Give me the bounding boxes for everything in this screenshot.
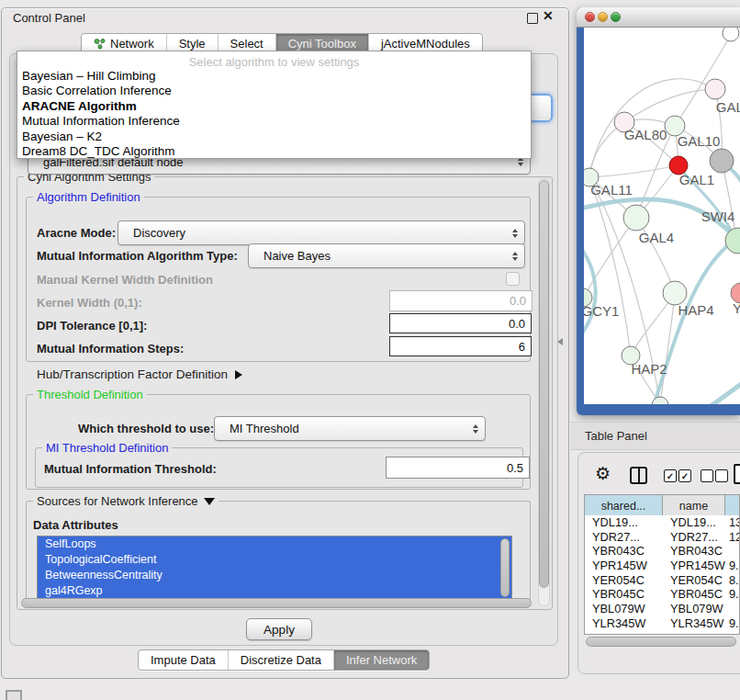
mi-threshold-field[interactable]: 0.5 bbox=[386, 457, 530, 479]
minimize-traffic-light[interactable] bbox=[598, 12, 608, 22]
select-all-checkbox-icon-2[interactable]: ✓ bbox=[678, 469, 691, 482]
column-header-shared[interactable]: shared... bbox=[585, 495, 663, 516]
settings-hscrollbar-thumb[interactable] bbox=[21, 598, 532, 608]
apply-button[interactable]: Apply bbox=[246, 618, 312, 640]
float-button[interactable] bbox=[527, 13, 538, 24]
table-cell: YDL19... bbox=[585, 515, 663, 530]
deselect-all-checkbox-icon-2[interactable] bbox=[715, 469, 728, 482]
data-attributes-label: Data Attributes bbox=[33, 518, 118, 532]
table-cell: 8. bbox=[725, 573, 740, 588]
table-row[interactable]: YBR045CYBR045C9. bbox=[585, 587, 739, 602]
table-cell: YDR27... bbox=[585, 530, 663, 545]
table-row[interactable]: YPR145WYPR145W9. bbox=[585, 559, 739, 573]
gear-icon[interactable]: ⚙ bbox=[595, 463, 611, 484]
mi-threshold-label: Mutual Information Threshold: bbox=[44, 462, 217, 476]
node-gal4[interactable] bbox=[623, 205, 649, 231]
node-label-y: Y bbox=[733, 300, 740, 316]
hub-transcription-factor-section[interactable]: Hub/Transcription Factor Definition bbox=[37, 367, 242, 381]
mi-steps-field[interactable]: 6 bbox=[389, 336, 532, 356]
attribute-item-betweennesscentrality[interactable]: BetweennessCentrality bbox=[38, 568, 511, 583]
table-row[interactable]: YER054CYER054C8. bbox=[585, 573, 739, 588]
tab-label: Infer Network bbox=[346, 653, 417, 667]
table-header-row: shared...name bbox=[584, 494, 740, 517]
window-grip-icon[interactable] bbox=[6, 690, 22, 700]
mi-algorithm-type-combo[interactable]: Naive Bayes bbox=[248, 243, 525, 268]
table-row[interactable]: YDL19...YDL19...13 bbox=[585, 515, 739, 530]
table-panel-titlebar: Table Panel bbox=[570, 422, 740, 450]
table-cell: YIL052C bbox=[585, 631, 663, 636]
attribute-item-selfloops[interactable]: SelfLoops bbox=[38, 536, 511, 552]
table-hscrollbar-thumb[interactable] bbox=[586, 637, 736, 647]
algorithm-option-dream8-dc-tdc-algorithm[interactable]: Dream8 DC_TDC Algorithm bbox=[17, 144, 531, 159]
table-cell: YBR043C bbox=[663, 544, 725, 559]
node-label-gal4: GAL4 bbox=[639, 230, 674, 245]
network-icon bbox=[94, 38, 106, 50]
table-cell: 13 bbox=[725, 515, 740, 530]
tab-impute-data[interactable]: Impute Data bbox=[139, 650, 228, 670]
kernel-width-field[interactable]: 0.0 bbox=[389, 290, 533, 311]
tab-discretize-data[interactable]: Discretize Data bbox=[228, 650, 333, 670]
which-threshold-combo[interactable]: MI Threshold bbox=[214, 416, 486, 441]
table-cell: YIL052C bbox=[663, 631, 725, 636]
column-header-col2[interactable] bbox=[725, 495, 740, 516]
threshold-definition-title: Threshold Definition bbox=[33, 388, 147, 401]
sources-group-title[interactable]: Sources for Network Inference bbox=[33, 494, 219, 508]
table-row[interactable]: YBL079WYBL079W bbox=[585, 602, 739, 616]
data-attributes-list[interactable]: SelfLoopsTopologicalCoefficientBetweenne… bbox=[37, 536, 512, 602]
table-cell bbox=[725, 602, 740, 616]
table-row[interactable]: YIL052CYIL052C9. bbox=[585, 631, 739, 636]
algorithm-option-bayesian-hill-climbing[interactable]: Bayesian – Hill Climbing bbox=[17, 69, 531, 84]
algorithm-dropdown-popup: Select algorithm to view settings Bayesi… bbox=[17, 51, 532, 159]
dpi-tolerance-field[interactable]: 0.0 bbox=[389, 313, 532, 333]
node-unlabeled[interactable] bbox=[723, 28, 739, 41]
select-all-checkbox-icon[interactable]: ✓ bbox=[664, 469, 677, 482]
tab-label: Discretize Data bbox=[241, 653, 321, 667]
which-threshold-value: MI Threshold bbox=[215, 422, 299, 435]
table-row[interactable]: YLR345WYLR345W9. bbox=[585, 616, 739, 631]
network-canvas[interactable]: GAL2GAL80GAL10GAL1GAL11SWI4GAL4GCY1HAP4Y… bbox=[584, 28, 740, 404]
algorithm-option-mutual-information-inference[interactable]: Mutual Information Inference bbox=[17, 114, 531, 129]
aracne-mode-label: Aracne Mode: bbox=[37, 226, 116, 240]
settings-vscrollbar-thumb[interactable] bbox=[539, 180, 549, 588]
tab-infer-network[interactable]: Infer Network bbox=[333, 650, 429, 670]
aracne-mode-combo[interactable]: Discovery bbox=[118, 220, 525, 245]
node-label-gal80: GAL80 bbox=[624, 127, 667, 142]
table-cell: YBR045C bbox=[663, 587, 725, 602]
hub-section-label: Hub/Transcription Factor Definition bbox=[37, 367, 228, 381]
table-body: YDL19...YDL19...13YDR27...YDR27...12YBR0… bbox=[584, 515, 740, 635]
algorithm-option-aracne-algorithm[interactable]: ARACNE Algorithm bbox=[17, 99, 531, 114]
node-gal2[interactable] bbox=[705, 79, 725, 99]
table-cell: YBR043C bbox=[585, 544, 663, 559]
table-row[interactable]: YDR27...YDR27...12 bbox=[585, 530, 739, 545]
algorithm-definition-title: Algorithm Definition bbox=[33, 190, 144, 204]
algorithm-option-basic-correlation-inference[interactable]: Basic Correlation Inference bbox=[17, 84, 531, 98]
table-cell: YDR27... bbox=[663, 530, 725, 545]
close-traffic-light[interactable] bbox=[585, 12, 595, 22]
attributes-list-vscrollbar[interactable] bbox=[500, 538, 510, 597]
table-cell: YDL19... bbox=[663, 515, 725, 530]
attribute-item-gal4rgexp[interactable]: gal4RGexp bbox=[38, 583, 511, 599]
deselect-all-checkbox-icon[interactable] bbox=[701, 469, 713, 482]
node-unlabeled[interactable] bbox=[710, 149, 734, 173]
node-label-gal2: GAL2 bbox=[716, 99, 740, 115]
sources-title-label: Sources for Network Inference bbox=[37, 494, 198, 508]
new-table-icon[interactable] bbox=[734, 464, 740, 484]
mi-algorithm-type-value: Naive Bayes bbox=[249, 249, 331, 263]
algorithm-dropdown-placeholder: Select algorithm to view settings bbox=[17, 51, 531, 69]
node-label-hap2: HAP2 bbox=[631, 361, 667, 377]
table-cell: YPR145W bbox=[585, 559, 663, 573]
manual-kernel-width-checkbox[interactable] bbox=[506, 272, 520, 286]
column-header-name[interactable]: name bbox=[663, 495, 725, 516]
attribute-item-topologicalcoefficient[interactable]: TopologicalCoefficient bbox=[38, 552, 511, 568]
splitpane-collapse-icon[interactable] bbox=[557, 338, 563, 345]
mi-threshold-value: 0.5 bbox=[507, 461, 523, 475]
close-button[interactable]: ✕ bbox=[543, 8, 554, 23]
zoom-traffic-light[interactable] bbox=[611, 12, 621, 22]
tab-label: jActiveMNodules bbox=[381, 37, 470, 51]
table-cell: YLR345W bbox=[585, 616, 663, 631]
split-columns-icon[interactable] bbox=[630, 467, 647, 484]
manual-kernel-width-label: Manual Kernel Width Definition bbox=[37, 273, 213, 287]
table-row[interactable]: YBR043CYBR043C bbox=[585, 544, 739, 559]
tab-label: Network bbox=[110, 37, 154, 51]
algorithm-option-bayesian-k2[interactable]: Bayesian – K2 bbox=[17, 130, 531, 144]
